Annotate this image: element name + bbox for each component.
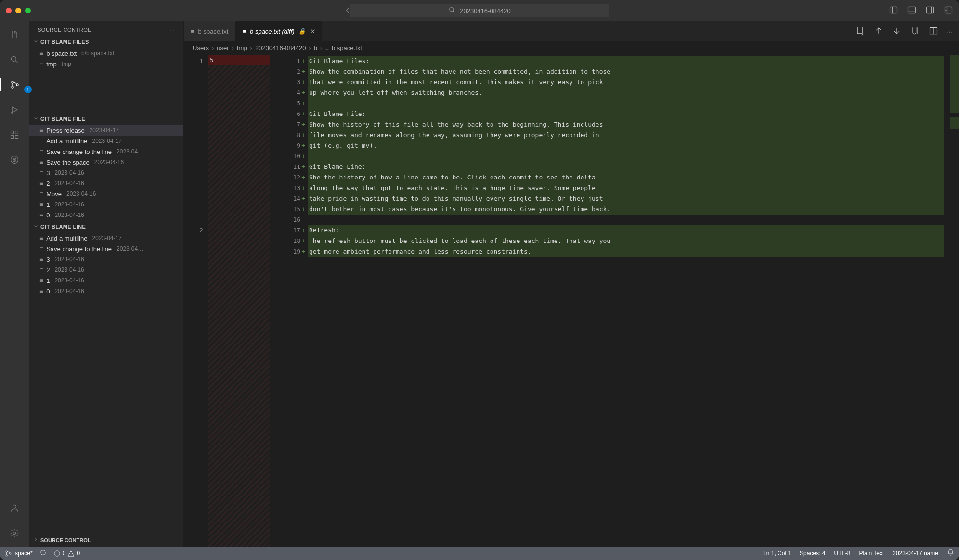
next-change-icon[interactable] xyxy=(892,26,902,37)
window-close-button[interactable] xyxy=(6,8,12,13)
sync-icon[interactable] xyxy=(39,549,47,558)
chevron-down-icon xyxy=(33,38,39,45)
item-meta: 2023-04-16 xyxy=(66,191,96,197)
list-item[interactable]: ≡12023-04-16 xyxy=(29,199,183,210)
list-item[interactable]: ≡Save change to the line2023-04… xyxy=(29,146,183,157)
crumb[interactable]: 20230416-084420 xyxy=(255,44,306,51)
indent-indicator[interactable]: Spaces: 4 xyxy=(800,550,825,557)
file-icon: ≡ xyxy=(39,148,43,155)
activity-accounts-icon[interactable] xyxy=(8,501,21,515)
file-icon: ≡ xyxy=(39,158,43,166)
list-item[interactable]: ≡02023-04-16 xyxy=(29,286,183,296)
branch-indicator[interactable]: space* xyxy=(5,550,33,557)
item-meta: 2023-04… xyxy=(117,148,143,155)
list-item[interactable]: ≡Save the space2023-04-16 xyxy=(29,157,183,167)
file-icon: ≡ xyxy=(39,190,43,198)
layout-sidebar-left-icon[interactable] xyxy=(889,5,898,16)
whitespace-icon[interactable] xyxy=(910,26,920,37)
list-item[interactable]: ≡Add a multiline2023-04-17 xyxy=(29,136,183,146)
crumb[interactable]: user xyxy=(217,44,229,51)
minimap[interactable] xyxy=(944,55,959,547)
tab-b-space-diff[interactable]: ≡ b space.txt (diff) 🔒 ✕ xyxy=(235,21,322,41)
activity-explorer-icon[interactable] xyxy=(8,28,21,41)
chevron-down-icon xyxy=(33,223,39,230)
error-count: 0 xyxy=(63,550,66,557)
file-icon: ≡ xyxy=(39,266,43,274)
more-icon[interactable]: ··· xyxy=(947,28,952,35)
file-icon: ≡ xyxy=(39,201,43,208)
section-git-blame-file[interactable]: GIT BLAME FILE xyxy=(29,114,183,124)
close-icon[interactable]: ✕ xyxy=(310,28,315,35)
activity-settings-icon[interactable] xyxy=(8,526,21,540)
item-meta: 2023-04-16 xyxy=(54,267,84,273)
svg-point-5 xyxy=(11,56,16,61)
item-meta: tmp xyxy=(62,61,71,67)
section-title: GIT BLAME FILE xyxy=(40,116,85,122)
svg-rect-3 xyxy=(927,7,934,13)
layout-customize-icon[interactable] xyxy=(944,5,953,16)
more-actions-icon[interactable]: ··· xyxy=(169,27,175,33)
list-item[interactable]: ≡22023-04-16 xyxy=(29,178,183,189)
encoding-indicator[interactable]: UTF-8 xyxy=(834,550,850,557)
item-meta: 2023-04-17 xyxy=(92,138,121,144)
window-maximize-button[interactable] xyxy=(25,8,31,13)
item-label: 0 xyxy=(46,212,50,219)
list-item[interactable]: ≡02023-04-16 xyxy=(29,210,183,220)
item-meta: 2023-04-16 xyxy=(54,180,84,187)
tab-b-space[interactable]: ≡ b space.txt xyxy=(184,21,235,41)
command-center-search[interactable]: 20230416-084420 xyxy=(350,4,609,17)
list-item[interactable]: ≡Add a multiline2023-04-17 xyxy=(29,233,183,243)
tab-label: b space.txt (diff) xyxy=(250,28,294,35)
svg-rect-12 xyxy=(11,136,14,139)
file-icon: ≡ xyxy=(39,245,43,253)
file-icon: ≡ xyxy=(242,28,246,35)
list-item[interactable]: ≡Move2023-04-16 xyxy=(29,189,183,199)
layout-sidebar-right-icon[interactable] xyxy=(925,5,935,16)
svg-point-21 xyxy=(6,551,7,552)
section-git-blame-files[interactable]: GIT BLAME FILES xyxy=(29,37,183,47)
list-item[interactable]: ≡22023-04-16 xyxy=(29,265,183,275)
item-label: Add a multiline xyxy=(46,235,87,242)
list-item[interactable]: ≡Save change to the line2023-04… xyxy=(29,243,183,254)
item-label: 1 xyxy=(46,201,50,208)
activity-browser-icon[interactable] xyxy=(8,153,21,166)
crumb[interactable]: tmp xyxy=(237,44,247,51)
list-item[interactable]: ≡b space.txtb/b space.txt xyxy=(29,48,183,59)
item-meta: b/b space.txt xyxy=(81,50,114,57)
split-editor-icon[interactable] xyxy=(929,26,938,37)
blame-indicator[interactable]: 2023-04-17 name xyxy=(893,550,938,557)
code-content[interactable]: Git Blame Files:Show the combination of … xyxy=(308,55,944,547)
list-item[interactable]: ≡12023-04-16 xyxy=(29,275,183,286)
layout-panel-icon[interactable] xyxy=(907,5,917,16)
crumb[interactable]: b xyxy=(314,44,317,51)
activity-search-icon[interactable] xyxy=(8,53,21,66)
activity-run-debug-icon[interactable] xyxy=(8,103,21,116)
list-item[interactable]: ≡Press release2023-04-17 xyxy=(29,125,183,136)
file-icon: ≡ xyxy=(39,234,43,242)
activity-source-control-icon[interactable]: 1 xyxy=(0,78,29,91)
lock-icon: 🔒 xyxy=(298,28,306,35)
gutter-right: 1+2+3+4+5+6+7+8+9+10+11+12+13+14+15+16 1… xyxy=(278,55,308,547)
language-mode[interactable]: Plain Text xyxy=(859,550,884,557)
cursor-position[interactable]: Ln 1, Col 1 xyxy=(763,550,791,557)
window-minimize-button[interactable] xyxy=(15,8,21,13)
problems-indicator[interactable]: 0 0 xyxy=(53,550,80,557)
svg-point-22 xyxy=(6,554,7,556)
breadcrumb[interactable]: Users› user› tmp› 20230416-084420› b› ≡ … xyxy=(184,41,959,55)
file-icon: ≡ xyxy=(39,179,43,187)
item-label: Save change to the line xyxy=(46,148,112,155)
item-meta: 2023-04-16 xyxy=(54,256,84,263)
notifications-icon[interactable] xyxy=(947,549,954,558)
prev-change-icon[interactable] xyxy=(874,26,883,37)
list-item[interactable]: ≡tmptmp xyxy=(29,59,183,69)
crumb[interactable]: Users xyxy=(193,44,209,51)
crumb[interactable]: b space.txt xyxy=(332,44,362,51)
go-to-file-icon[interactable] xyxy=(855,26,865,37)
section-source-control-collapsed[interactable]: SOURCE CONTROL xyxy=(29,534,183,547)
list-item[interactable]: ≡32023-04-16 xyxy=(29,167,183,178)
chevron-down-icon xyxy=(33,115,39,122)
list-item[interactable]: ≡32023-04-16 xyxy=(29,254,183,265)
chevron-right-icon xyxy=(33,537,39,544)
section-git-blame-line[interactable]: GIT BLAME LINE xyxy=(29,221,183,232)
activity-extensions-icon[interactable] xyxy=(8,128,21,141)
